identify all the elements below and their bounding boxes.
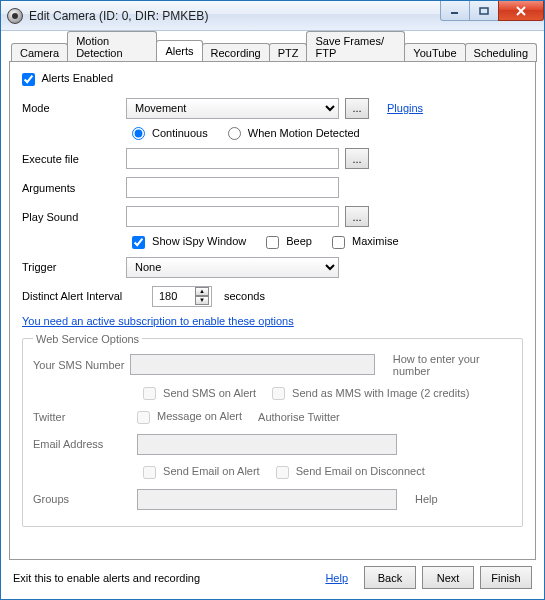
sms-number-input xyxy=(130,354,374,375)
distinct-alert-interval-input[interactable] xyxy=(157,289,191,303)
send-email-on-disconnect-checkbox: Send Email on Disconnect xyxy=(276,465,425,479)
subscription-required-link[interactable]: You need an active subscription to enabl… xyxy=(22,315,523,327)
email-address-input xyxy=(137,434,397,455)
titlebar: Edit Camera (ID: 0, DIR: PMKEB) xyxy=(1,1,544,31)
sms-number-label: Your SMS Number xyxy=(33,359,130,371)
app-icon xyxy=(7,8,23,24)
email-address-label: Email Address xyxy=(33,438,137,450)
minimize-button[interactable] xyxy=(440,1,470,21)
execute-file-input[interactable] xyxy=(126,148,339,169)
web-service-options-group: Web Service Options Your SMS Number How … xyxy=(22,333,523,527)
groups-label: Groups xyxy=(33,493,137,505)
mode-browse-button[interactable]: ... xyxy=(345,98,369,119)
mode-label: Mode xyxy=(22,102,126,114)
twitter-label: Twitter xyxy=(33,411,137,423)
web-service-options-legend: Web Service Options xyxy=(33,333,142,345)
interval-unit-label: seconds xyxy=(224,290,265,302)
distinct-alert-interval-spinner[interactable]: ▲ ▼ xyxy=(152,286,212,307)
tab-scheduling[interactable]: Scheduling xyxy=(465,43,537,62)
alerts-enabled-label: Alerts Enabled xyxy=(41,72,113,84)
tab-ptz[interactable]: PTZ xyxy=(269,43,308,62)
arguments-input[interactable] xyxy=(126,177,339,198)
play-sound-label: Play Sound xyxy=(22,211,126,223)
trigger-label: Trigger xyxy=(22,261,126,273)
help-link[interactable]: Help xyxy=(325,572,348,584)
tab-recording[interactable]: Recording xyxy=(202,43,270,62)
mode-select[interactable]: Movement xyxy=(126,98,339,119)
message-on-alert-checkbox: Message on Alert xyxy=(137,410,242,424)
alerts-enabled-checkbox[interactable]: Alerts Enabled xyxy=(22,72,113,86)
send-email-on-alert-checkbox: Send Email on Alert xyxy=(143,465,260,479)
beep-checkbox[interactable]: Beep xyxy=(266,235,312,249)
authorise-twitter-label: Authorise Twitter xyxy=(258,411,340,423)
execute-file-label: Execute file xyxy=(22,153,126,165)
tab-youtube[interactable]: YouTube xyxy=(404,43,465,62)
maximise-checkbox[interactable]: Maximise xyxy=(332,235,399,249)
play-sound-input[interactable] xyxy=(126,206,339,227)
tab-alerts[interactable]: Alerts xyxy=(156,40,202,61)
back-button[interactable]: Back xyxy=(364,566,416,589)
radio-when-motion-detected[interactable]: When Motion Detected xyxy=(228,127,360,141)
window-title: Edit Camera (ID: 0, DIR: PMKEB) xyxy=(29,9,441,23)
play-sound-browse-button[interactable]: ... xyxy=(345,206,369,227)
svg-rect-1 xyxy=(480,8,488,14)
arguments-label: Arguments xyxy=(22,182,126,194)
how-to-enter-number-label: How to enter your number xyxy=(393,353,512,377)
footer-hint: Exit this to enable alerts and recording xyxy=(13,572,325,584)
tab-camera[interactable]: Camera xyxy=(11,43,68,62)
close-button[interactable] xyxy=(498,1,544,21)
send-mms-on-alert-checkbox: Send as MMS with Image (2 credits) xyxy=(272,387,469,401)
spinner-up-icon[interactable]: ▲ xyxy=(195,287,209,296)
tab-save-frames-ftp[interactable]: Save Frames/ FTP xyxy=(306,31,405,62)
radio-continuous[interactable]: Continuous xyxy=(132,127,208,141)
plugins-link[interactable]: Plugins xyxy=(387,102,423,114)
show-ispy-window-checkbox[interactable]: Show iSpy Window xyxy=(132,235,246,249)
tab-panel-alerts: Alerts Enabled Mode Movement ... Plugins… xyxy=(9,61,536,560)
send-sms-on-alert-checkbox: Send SMS on Alert xyxy=(143,387,256,401)
distinct-alert-interval-label: Distinct Alert Interval xyxy=(22,290,152,302)
maximize-button[interactable] xyxy=(469,1,499,21)
next-button[interactable]: Next xyxy=(422,566,474,589)
execute-file-browse-button[interactable]: ... xyxy=(345,148,369,169)
tab-strip: Camera Motion Detection Alerts Recording… xyxy=(9,39,536,61)
finish-button[interactable]: Finish xyxy=(480,566,532,589)
groups-input xyxy=(137,489,397,510)
groups-help-label: Help xyxy=(415,493,438,505)
tab-motion-detection[interactable]: Motion Detection xyxy=(67,31,157,62)
trigger-select[interactable]: None xyxy=(126,257,339,278)
spinner-down-icon[interactable]: ▼ xyxy=(195,296,209,305)
